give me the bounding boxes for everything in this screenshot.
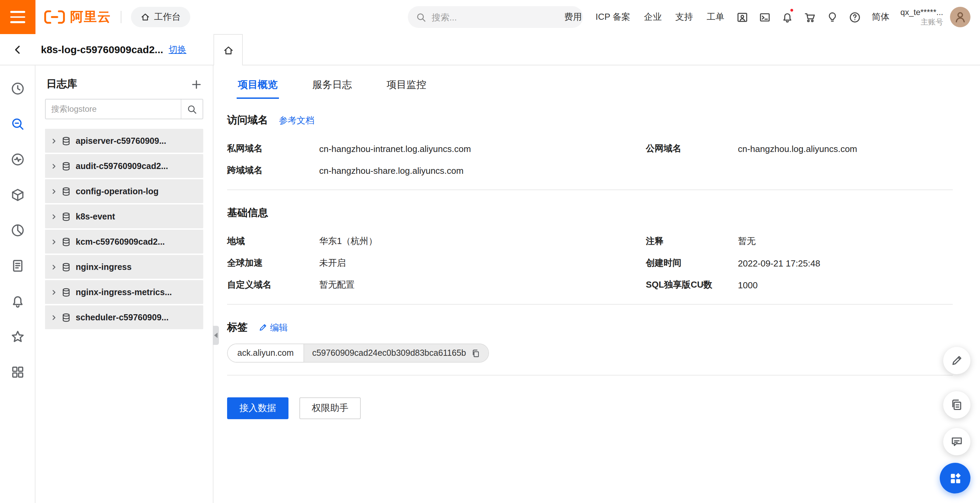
copy-icon[interactable] xyxy=(472,349,480,357)
home-icon xyxy=(223,44,234,56)
topbar-search[interactable] xyxy=(408,6,583,28)
logstore-row[interactable]: kcm-c59760909cad2... xyxy=(45,230,203,254)
top-navigation-bar: 阿里云 工作台 费用 ICP 备案 企业 支持 工单 xyxy=(0,0,980,34)
avatar[interactable] xyxy=(950,7,970,27)
overview-tabs: 项目概览 服务日志 项目监控 xyxy=(237,75,953,99)
favorites-icon[interactable] xyxy=(4,323,31,350)
logstore-row[interactable]: config-operation-log xyxy=(45,179,203,203)
logstore-icon xyxy=(61,237,71,246)
collapse-panel-handle[interactable] xyxy=(213,326,219,345)
console-user-icon[interactable] xyxy=(732,0,754,34)
logstore-name: config-operation-log xyxy=(76,186,159,196)
domain-section: 访问域名 参考文档 私网域名 cn-hangzhou-intranet.log.… xyxy=(227,114,953,181)
cart-icon[interactable] xyxy=(799,0,821,34)
logstore-panel-title: 日志库 xyxy=(46,78,77,90)
chevron-right-icon[interactable] xyxy=(51,137,57,144)
console-page: 阿里云 工作台 费用 ICP 备案 企业 支持 工单 xyxy=(0,0,980,503)
widgets-fab[interactable] xyxy=(940,463,970,493)
chevron-right-icon[interactable] xyxy=(51,213,57,220)
field-label: 注释 xyxy=(646,235,738,248)
docs-fab[interactable] xyxy=(943,391,970,419)
account-role: 主账号 xyxy=(900,17,943,27)
apps-grid-icon[interactable] xyxy=(4,359,31,386)
menu-billing[interactable]: 费用 xyxy=(557,11,589,23)
help-icon[interactable] xyxy=(844,0,867,34)
field-value: cn-hangzhou-share.log.aliyuncs.com xyxy=(319,165,463,176)
topbar-right-area: 费用 ICP 备案 企业 支持 工单 简体 xyxy=(557,0,980,34)
history-icon[interactable] xyxy=(4,75,31,102)
tab-project-monitor[interactable]: 项目监控 xyxy=(385,75,428,99)
logstore-row[interactable]: k8s-event xyxy=(45,205,203,228)
quick-edit-fab[interactable] xyxy=(943,347,970,374)
import-data-button[interactable]: 接入数据 xyxy=(227,397,288,419)
reports-icon[interactable] xyxy=(4,217,31,244)
chevron-right-icon[interactable] xyxy=(51,314,57,321)
tab-service-log[interactable]: 服务日志 xyxy=(311,75,353,99)
aliyun-logo-icon xyxy=(44,10,65,25)
logstore-icon xyxy=(61,262,71,271)
language-switch[interactable]: 简体 xyxy=(867,11,896,23)
chevron-right-icon[interactable] xyxy=(51,188,57,195)
menu-enterprise[interactable]: 企业 xyxy=(637,11,669,23)
tags-section: 标签 编辑 ack.aliyun.com c59760909cad24ec0b3… xyxy=(227,321,953,363)
logstore-row[interactable]: audit-c59760909cad2... xyxy=(45,154,203,178)
field-comment: 注释 暂无 xyxy=(646,230,953,252)
chat-bubble-icon xyxy=(951,436,963,448)
logstore-row[interactable]: nginx-ingress xyxy=(45,255,203,279)
home-tab[interactable] xyxy=(213,34,243,65)
logstore-name: scheduler-c59760909... xyxy=(76,313,169,322)
field-value: cn-hangzhou-intranet.log.aliyuncs.com xyxy=(319,143,471,154)
logstore-icon xyxy=(61,136,71,146)
chevron-right-icon[interactable] xyxy=(51,238,57,245)
notifications-icon[interactable] xyxy=(776,0,799,34)
hamburger-menu-button[interactable] xyxy=(0,0,35,34)
pencil-icon xyxy=(951,354,963,367)
workbench-label: 工作台 xyxy=(154,11,181,23)
tag-value: c59760909cad24ec0b309d83bca61165b xyxy=(312,348,466,358)
workbench-button[interactable]: 工作台 xyxy=(131,7,190,27)
alerts-icon[interactable] xyxy=(4,288,31,315)
permission-helper-button[interactable]: 权限助手 xyxy=(299,397,361,419)
document-duplicate-icon xyxy=(951,399,963,411)
project-overview-content: 项目概览 服务日志 项目监控 访问域名 参考文档 私网域名 cn-hangzho… xyxy=(213,65,980,503)
edit-tags-link[interactable]: 编辑 xyxy=(258,321,288,334)
chevron-right-icon[interactable] xyxy=(51,263,57,270)
audit-log-icon[interactable] xyxy=(4,252,31,279)
logstore-row[interactable]: scheduler-c59760909... xyxy=(45,305,203,329)
logstore-name: nginx-ingress xyxy=(76,262,132,271)
chevron-right-icon[interactable] xyxy=(51,289,57,295)
logstore-search-icon[interactable] xyxy=(4,110,31,138)
tag-pill: ack.aliyun.com c59760909cad24ec0b309d83b… xyxy=(227,344,489,363)
edit-pencil-icon xyxy=(258,323,267,332)
field-value: 1000 xyxy=(738,280,758,290)
logstore-row[interactable]: nginx-ingress-metrics... xyxy=(45,280,203,304)
logstore-row[interactable]: apiserver-c59760909... xyxy=(45,129,203,153)
logstore-icon xyxy=(61,186,71,196)
field-private-domain: 私网域名 cn-hangzhou-intranet.log.aliyuncs.c… xyxy=(227,138,646,159)
logstore-search-button[interactable] xyxy=(181,100,202,119)
reference-doc-link[interactable]: 参考文档 xyxy=(279,114,314,127)
logstore-search-input[interactable] xyxy=(46,100,181,119)
add-logstore-button[interactable] xyxy=(191,79,202,90)
resources-icon[interactable] xyxy=(4,181,31,209)
cloudshell-icon[interactable] xyxy=(754,0,776,34)
menu-support[interactable]: 支持 xyxy=(669,11,700,23)
chevron-right-icon[interactable] xyxy=(51,163,57,169)
feedback-bulb-icon[interactable] xyxy=(821,0,844,34)
switch-project-link[interactable]: 切换 xyxy=(169,43,186,56)
feedback-chat-fab[interactable] xyxy=(943,428,970,455)
field-label: 私网域名 xyxy=(227,143,319,155)
field-create-time: 创建时间 2022-09-21 17:25:48 xyxy=(646,252,953,274)
back-button[interactable] xyxy=(12,44,23,55)
monitor-icon[interactable] xyxy=(4,146,31,173)
account-menu[interactable]: qx_te*****... 主账号 xyxy=(900,7,943,27)
menu-icp[interactable]: ICP 备案 xyxy=(589,11,637,23)
account-name: qx_te*****... xyxy=(900,7,943,17)
menu-tickets[interactable]: 工单 xyxy=(700,11,732,23)
tab-project-overview[interactable]: 项目概览 xyxy=(237,75,279,99)
topbar-search-input[interactable] xyxy=(432,12,568,22)
tag-value-segment: c59760909cad24ec0b309d83bca61165b xyxy=(303,344,488,362)
aliyun-logo[interactable]: 阿里云 xyxy=(44,8,111,26)
logstore-name: k8s-event xyxy=(76,212,115,221)
basic-info-section: 基础信息 地域 华东1（杭州） 注释 暂无 全球加速 未开启 xyxy=(227,206,953,296)
